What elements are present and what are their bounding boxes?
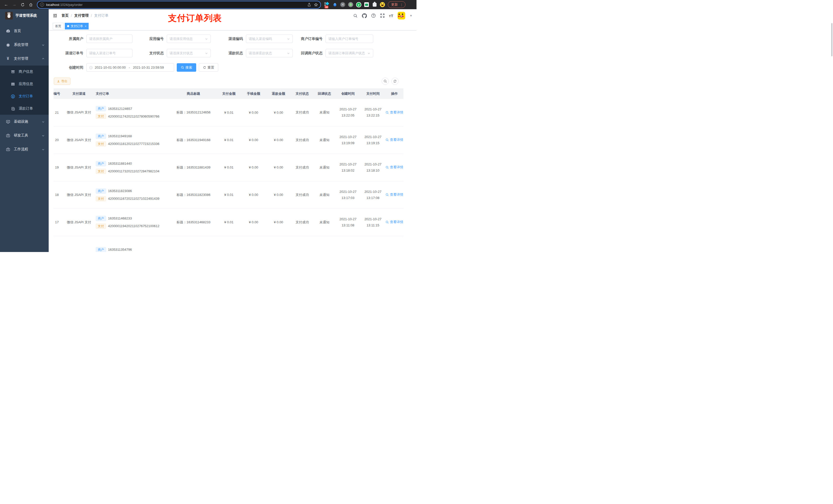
fee-amount: ¥ 0.00: [249, 111, 258, 115]
sidebar-item-infra[interactable]: 基础设施: [0, 115, 49, 128]
fullscreen-icon[interactable]: [380, 13, 385, 18]
sidebar-item-label: 工作流程: [14, 147, 28, 152]
merchant-filter-input[interactable]: [86, 34, 133, 43]
merchant-tag: 商户: [96, 189, 106, 194]
profile-emoji-icon[interactable]: [380, 2, 385, 7]
view-detail-link[interactable]: 查看详情: [385, 138, 403, 142]
create-time: 13:17:03: [336, 195, 360, 201]
extension-balloon-icon[interactable]: [332, 2, 338, 7]
address-bar[interactable]: i localhost:1024/pay/order: [38, 1, 320, 8]
pay-time: 13:19:15: [360, 140, 385, 146]
chevron-down-icon: [42, 134, 45, 137]
range-start: 2021-10-01 00:00:00: [95, 66, 126, 69]
extension-command-icon[interactable]: ⌘: [340, 2, 346, 7]
pay-date: 2021-10-27: [360, 161, 385, 167]
reset-button[interactable]: 重置: [199, 63, 218, 72]
sidebar-item-merchant-info[interactable]: 商户信息: [0, 66, 49, 78]
reload-icon[interactable]: [19, 1, 26, 8]
extension-y-icon[interactable]: y: [356, 2, 361, 7]
back-icon[interactable]: ←: [3, 1, 10, 8]
logo[interactable]: 芋道管理系统: [0, 9, 49, 22]
pay-status-filter-select[interactable]: [167, 49, 211, 57]
sidebar-item-home[interactable]: 首页: [0, 24, 49, 38]
avatar-caret-icon[interactable]: ▼: [410, 14, 412, 17]
column-header: 编号: [53, 88, 62, 99]
github-icon[interactable]: [362, 13, 367, 18]
merchant-order-no: 1635311468233: [108, 216, 132, 220]
extension-green-dot-icon[interactable]: [348, 2, 354, 7]
breadcrumb-section[interactable]: 支付管理: [74, 13, 89, 18]
channel-order-no-filter-input[interactable]: [86, 49, 133, 57]
app-filter-select[interactable]: [167, 34, 211, 43]
create-time-range-picker[interactable]: 2021-10-01 00:00:00 - 2021-10-31 23:59:5…: [86, 63, 174, 72]
view-detail-link[interactable]: 查看详情: [385, 110, 403, 115]
view-detail-link[interactable]: 查看详情: [385, 165, 403, 170]
filter-label-channel-code: 渠道编码: [218, 37, 246, 41]
tab-home[interactable]: 首页: [53, 23, 64, 29]
refresh-button[interactable]: [391, 78, 399, 85]
sidebar-item-payment[interactable]: ¥ 支付管理: [0, 52, 49, 66]
table-row: 17微信 JSAPI 支付商户1635311468233支付4200001194…: [53, 209, 403, 236]
filter-label-merchant: 所属商户: [54, 37, 86, 41]
sidebar-item-workflow[interactable]: 工作流程: [0, 142, 49, 156]
create-time: 13:18:02: [336, 167, 360, 174]
sidebar-item-system[interactable]: 系统管理: [0, 38, 49, 52]
pay-amount: ¥ 0.01: [224, 193, 233, 197]
chrome-update-button[interactable]: 更新 ⋮: [388, 1, 405, 8]
order-id: 17: [55, 220, 59, 224]
merchant-tag: 商户: [96, 247, 106, 252]
column-header: 创建时间: [336, 88, 360, 99]
fee-amount: ¥ 0.00: [249, 165, 258, 169]
share-icon[interactable]: [307, 3, 311, 7]
font-size-icon[interactable]: ᴛT: [389, 14, 394, 18]
sidebar-collapse-icon[interactable]: [53, 13, 57, 18]
active-dot-icon: [67, 25, 69, 27]
chevron-down-icon: [42, 44, 45, 46]
pay-tag: 支付: [96, 196, 106, 201]
pay-order-no: 4200001174202110278060590766: [108, 115, 160, 118]
notify-status: 未通知: [319, 165, 329, 169]
extension-sketch-icon[interactable]: 10: [324, 2, 330, 7]
help-icon[interactable]: [371, 13, 376, 18]
chrome-menu-icon[interactable]: ⋮: [400, 3, 403, 7]
search-icon[interactable]: [353, 14, 358, 18]
breadcrumb-current: 支付订单: [94, 13, 109, 18]
table-row: 18微信 JSAPI 支付商户1635311823086支付4200001167…: [53, 181, 403, 209]
site-info-icon[interactable]: i: [40, 3, 44, 7]
sidebar-item-refund-order[interactable]: 退款订单: [0, 102, 49, 115]
sidebar-item-pay-order[interactable]: 支付订单: [0, 90, 49, 102]
export-button[interactable]: 导出: [54, 78, 70, 85]
refund-status-filter-select[interactable]: [246, 49, 293, 57]
pay-time: 13:17:08: [360, 195, 385, 201]
chevron-down-icon: [42, 148, 45, 151]
view-detail-link[interactable]: 查看详情: [385, 192, 403, 197]
channel-code-filter-select[interactable]: [246, 34, 293, 43]
avatar[interactable]: [398, 12, 405, 20]
pay-tag: 支付: [96, 141, 106, 146]
sidebar-item-app-info[interactable]: 应用信息: [0, 78, 49, 90]
forward-icon[interactable]: →: [11, 1, 18, 8]
toggle-search-button[interactable]: [382, 78, 389, 85]
merchant-tag: 商户: [96, 134, 106, 139]
breadcrumb-home[interactable]: 首页: [62, 13, 69, 18]
home-icon[interactable]: [27, 1, 34, 8]
bookmark-star-icon[interactable]: [314, 3, 318, 7]
notify-status-filter-select[interactable]: [326, 49, 373, 57]
pay-channel: 微信 JSAPI 支付: [67, 220, 91, 224]
merchant-order-no: 1635311949168: [108, 134, 132, 138]
search-button[interactable]: 搜索: [177, 63, 196, 72]
column-header: 支付时间: [360, 88, 385, 99]
filter-label-notify-status: 回调商户状态: [295, 51, 326, 55]
chevron-down-icon: [205, 38, 208, 41]
tab-pay-order[interactable]: 支付订单 ×: [65, 23, 89, 29]
fee-amount: ¥ 0.00: [249, 193, 258, 197]
extensions-puzzle-icon[interactable]: [372, 2, 377, 7]
sidebar-item-devtools[interactable]: 研发工具: [0, 128, 49, 142]
dashboard-icon: [6, 29, 10, 33]
extension-chat-icon[interactable]: [364, 2, 370, 7]
table-row: 19微信 JSAPI 支付商户1635311881440支付4200001173…: [53, 154, 403, 181]
close-icon[interactable]: ×: [85, 25, 86, 28]
view-detail-link[interactable]: 查看详情: [385, 220, 403, 224]
sidebar-item-label: 支付订单: [19, 94, 33, 99]
merchant-order-no-filter-input[interactable]: [326, 34, 373, 43]
